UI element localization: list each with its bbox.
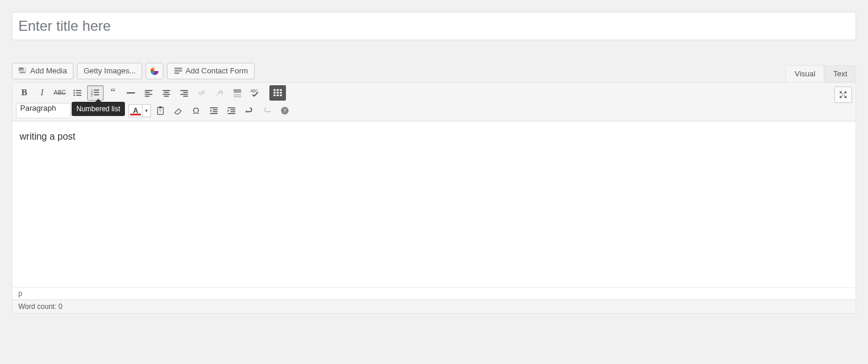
- align-center-icon: [162, 88, 171, 98]
- outdent-button[interactable]: [205, 103, 222, 118]
- svg-text:3: 3: [91, 94, 93, 96]
- undo-button[interactable]: [241, 103, 258, 118]
- redo-icon: [262, 106, 272, 115]
- word-count-value: 0: [59, 302, 63, 311]
- svg-rect-46: [213, 111, 217, 112]
- svg-rect-10: [94, 89, 99, 91]
- indent-button[interactable]: [223, 103, 240, 118]
- editor-tabs: Visual Text: [786, 65, 856, 82]
- spellcheck-button[interactable]: ABC: [247, 85, 263, 101]
- svg-rect-4: [76, 90, 82, 91]
- svg-rect-18: [145, 95, 150, 96]
- paste-text-button[interactable]: T: [152, 103, 169, 118]
- eraser-icon: [173, 106, 183, 115]
- fullscreen-icon: [838, 90, 848, 99]
- remove-link-button[interactable]: [211, 85, 228, 101]
- svg-rect-30: [234, 96, 242, 97]
- editor-panel: B I ABC 123 “: [12, 82, 856, 314]
- svg-rect-16: [145, 92, 150, 93]
- svg-rect-29: [234, 94, 242, 95]
- keyboard-shortcuts-button[interactable]: ?: [277, 103, 293, 118]
- svg-rect-50: [230, 111, 235, 112]
- getty-images-label: Getty Images...: [83, 66, 136, 75]
- toolbar-toggle-button[interactable]: [269, 85, 286, 101]
- italic-button[interactable]: I: [34, 85, 50, 101]
- svg-rect-39: [277, 94, 279, 96]
- svg-rect-49: [230, 109, 235, 110]
- svg-rect-1: [175, 70, 182, 71]
- svg-rect-24: [183, 92, 188, 93]
- indent-icon: [227, 106, 236, 115]
- svg-rect-44: [210, 107, 218, 108]
- svg-rect-48: [228, 107, 236, 108]
- tab-text[interactable]: Text: [824, 65, 856, 82]
- unlink-icon: [215, 88, 224, 98]
- svg-rect-51: [228, 113, 236, 114]
- svg-rect-33: [277, 89, 279, 91]
- svg-rect-23: [181, 90, 188, 91]
- blockquote-button[interactable]: “: [105, 85, 121, 101]
- svg-rect-25: [181, 94, 188, 95]
- status-bar: Word count: 0: [12, 299, 856, 313]
- svg-rect-45: [213, 109, 217, 110]
- read-more-icon: [233, 88, 242, 98]
- bold-icon: B: [21, 88, 27, 98]
- svg-point-7: [73, 94, 75, 95]
- special-character-button[interactable]: Ω: [188, 103, 204, 118]
- bold-button[interactable]: B: [16, 85, 33, 101]
- svg-rect-36: [277, 92, 279, 94]
- tab-visual[interactable]: Visual: [786, 65, 824, 82]
- align-left-button[interactable]: [140, 85, 157, 101]
- svg-text:?: ?: [284, 108, 287, 114]
- blockquote-icon: “: [111, 89, 115, 96]
- svg-rect-38: [274, 94, 276, 96]
- svg-point-5: [73, 92, 75, 93]
- picasa-button[interactable]: [146, 63, 163, 79]
- text-color-swatch: [130, 114, 141, 115]
- svg-rect-35: [274, 92, 276, 94]
- add-media-label: Add Media: [30, 66, 67, 75]
- word-count-label: Word count:: [18, 302, 59, 311]
- svg-rect-15: [145, 90, 153, 91]
- align-right-button[interactable]: [176, 85, 192, 101]
- text-color-button[interactable]: A: [128, 104, 143, 117]
- align-left-icon: [144, 88, 153, 98]
- italic-icon: I: [41, 88, 44, 98]
- outdent-icon: [209, 106, 218, 115]
- kitchen-sink-icon: [272, 88, 283, 98]
- strikethrough-button[interactable]: ABC: [52, 85, 68, 101]
- add-media-button[interactable]: Add Media: [12, 63, 73, 79]
- svg-rect-14: [94, 94, 99, 95]
- align-center-button[interactable]: [158, 85, 175, 101]
- form-icon: [173, 66, 183, 76]
- svg-rect-19: [163, 90, 171, 91]
- horizontal-rule-icon: [127, 92, 135, 94]
- editor-content[interactable]: writing a post: [12, 121, 856, 287]
- svg-rect-47: [210, 113, 218, 114]
- svg-rect-28: [234, 91, 242, 92]
- media-button-row: Add Media Getty Images... Add Contact Fo…: [12, 63, 856, 79]
- picasa-icon: [150, 66, 159, 76]
- getty-images-button[interactable]: Getty Images...: [77, 63, 142, 79]
- svg-point-3: [73, 89, 75, 91]
- clear-formatting-button[interactable]: [170, 103, 187, 118]
- clipboard-icon: T: [156, 106, 165, 115]
- undo-icon: [245, 106, 254, 115]
- omega-icon: Ω: [192, 105, 199, 115]
- add-contact-form-button[interactable]: Add Contact Form: [167, 63, 255, 79]
- link-icon: [197, 88, 207, 98]
- svg-rect-2: [175, 72, 179, 73]
- post-title-input[interactable]: [12, 12, 856, 40]
- format-select[interactable]: Paragraph: [16, 103, 70, 118]
- horizontal-rule-button[interactable]: [123, 85, 139, 101]
- svg-rect-21: [163, 94, 171, 95]
- redo-button[interactable]: [259, 103, 275, 118]
- text-color-dropdown[interactable]: ▾: [143, 104, 151, 117]
- insert-more-button[interactable]: [229, 85, 246, 101]
- bulleted-list-button[interactable]: [69, 85, 86, 101]
- chevron-down-icon: ▾: [145, 108, 148, 114]
- svg-rect-20: [164, 92, 169, 93]
- fullscreen-button[interactable]: [834, 86, 852, 103]
- insert-link-button[interactable]: [194, 85, 210, 101]
- element-path[interactable]: p: [12, 287, 856, 299]
